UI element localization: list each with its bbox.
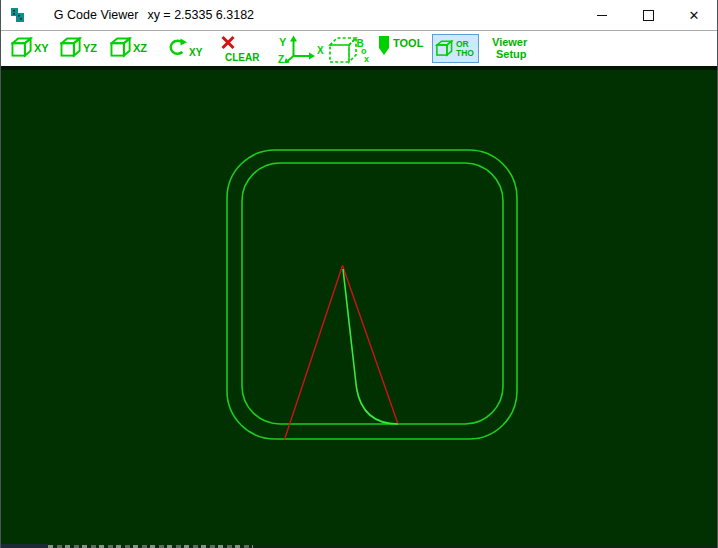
rotate-arrow-icon xyxy=(167,38,188,58)
ortho-label: OR THO xyxy=(456,40,474,58)
tool-button[interactable]: TOOL xyxy=(377,35,423,57)
ortho-label-line2: THO xyxy=(456,49,474,58)
maximize-icon xyxy=(643,10,654,21)
viewer-setup-line2: Setup xyxy=(496,48,527,60)
mouse-coords-readout: xy = 2.5335 6.3182 xyxy=(147,8,254,22)
cube-icon xyxy=(11,37,34,58)
tool-label: TOOL xyxy=(393,37,423,49)
box-label-x: x xyxy=(364,54,369,64)
viewer-setup-button[interactable]: Viewer Setup xyxy=(492,36,527,60)
window-controls: ✕ xyxy=(579,0,717,30)
gcode-canvas[interactable] xyxy=(1,66,718,548)
box-button[interactable]: B o x xyxy=(328,36,370,64)
view-xz-button[interactable]: XZ xyxy=(110,37,147,58)
close-icon: ✕ xyxy=(689,9,700,22)
cube-icon xyxy=(435,40,455,57)
rotate-xy-label: XY xyxy=(189,47,202,58)
cube-icon xyxy=(110,37,133,58)
window-title-app: G Code Viewer xyxy=(54,8,139,22)
clear-label: CLEAR xyxy=(225,52,259,63)
rotate-xy-button[interactable]: XY xyxy=(167,38,202,58)
axis-z-label: Z xyxy=(278,54,284,64)
clear-button[interactable]: CLEAR xyxy=(220,35,259,63)
axis-y-label: Y xyxy=(279,36,287,48)
maximize-button[interactable] xyxy=(625,0,671,30)
viewer-setup-line1: Viewer xyxy=(492,36,527,48)
cube-icon xyxy=(60,37,83,58)
ortho-toggle-button[interactable]: OR THO xyxy=(432,34,479,63)
view-xy-button[interactable]: XY xyxy=(11,37,49,58)
view-yz-button[interactable]: YZ xyxy=(60,37,97,58)
gcode-viewport[interactable] xyxy=(1,66,717,548)
clear-x-icon xyxy=(220,35,236,50)
bottom-left-artifact xyxy=(1,544,48,548)
title-bar: G Code Viewerxy = 2.5335 6.3182 ✕ xyxy=(1,0,717,31)
view-xy-label: XY xyxy=(34,42,49,54)
dashed-box-icon: B o x xyxy=(328,36,370,64)
axes-button[interactable]: Y X Z xyxy=(277,35,325,63)
axis-x-label: X xyxy=(317,45,324,56)
close-button[interactable]: ✕ xyxy=(671,0,717,30)
toolpath-red-left-line xyxy=(285,266,343,440)
minimize-icon xyxy=(597,15,607,16)
gcode-viewer-window: G Code Viewerxy = 2.5335 6.3182 ✕ XY xyxy=(0,0,718,548)
inner-boundary-rounded-rect xyxy=(242,163,503,424)
outer-boundary-rounded-rect xyxy=(227,150,517,439)
view-xz-label: XZ xyxy=(133,42,147,54)
view-yz-label: YZ xyxy=(83,42,97,54)
app-icon xyxy=(10,7,26,23)
toolbar: XY YZ XZ xyxy=(1,31,717,66)
axes-icon: Y X Z xyxy=(277,35,325,63)
minimize-button[interactable] xyxy=(579,0,625,30)
tool-bit-icon xyxy=(377,35,391,57)
